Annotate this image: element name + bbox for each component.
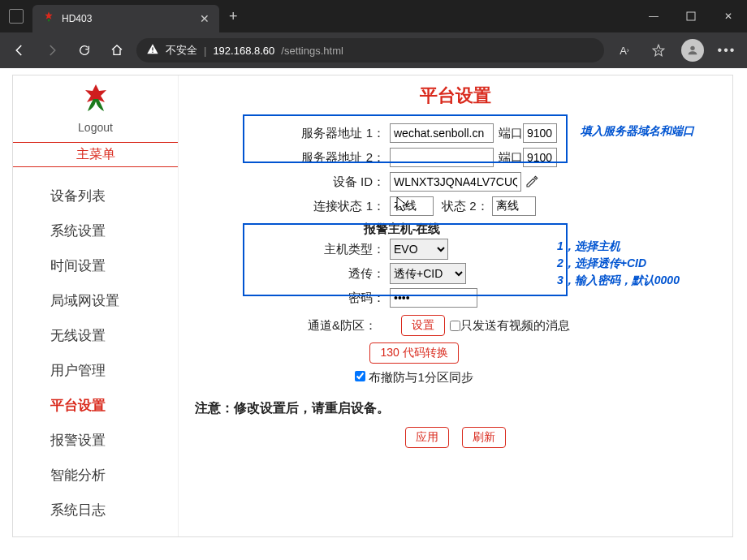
back-button[interactable] [6, 37, 32, 63]
svg-rect-2 [152, 51, 153, 52]
annotation-box-host [243, 223, 568, 296]
app-menu-icon[interactable] [0, 0, 32, 32]
only-video-checkbox[interactable] [450, 321, 460, 331]
sidebar-item-alarm[interactable]: 报警设置 [13, 423, 178, 458]
conn2-value [492, 196, 536, 216]
row-code-convert: 130 代码转换 [252, 341, 576, 365]
conn2-label: 状态 2： [442, 199, 489, 214]
sidebar-item-devices[interactable]: 设备列表 [13, 179, 178, 213]
tab-favicon-icon [42, 11, 55, 27]
conn1-value [390, 196, 434, 216]
more-menu-button[interactable]: ••• [713, 37, 741, 64]
action-row: 应用 刷新 [195, 427, 716, 448]
channel-settings-button[interactable]: 设置 [401, 315, 445, 336]
only-video-label: 只发送有视频的消息 [460, 318, 570, 334]
new-tab-button[interactable]: + [219, 8, 248, 25]
profile-button[interactable] [679, 37, 706, 64]
row-device-id: 设备 ID： [252, 170, 706, 194]
annotation-server-text: 填入服务器域名和端口 [581, 123, 694, 140]
sync-label: 布撤防与1分区同步 [369, 370, 473, 384]
home-button[interactable] [104, 37, 130, 63]
insecure-label: 不安全 [166, 43, 197, 58]
sidebar-item-ai[interactable]: 智能分析 [13, 458, 178, 493]
reader-mode-icon[interactable]: A› [611, 37, 638, 64]
sidebar-item-time[interactable]: 时间设置 [13, 248, 178, 283]
conn1-label: 连接状态 1： [252, 199, 390, 214]
svg-text:+: + [657, 48, 660, 53]
edit-icon[interactable] [525, 174, 539, 189]
insecure-icon [146, 43, 159, 58]
favorites-icon[interactable]: + [645, 37, 672, 64]
note-text: 注意：修改设置后，请重启设备。 [195, 400, 716, 417]
browser-titlebar: HD403 ✕ + — ✕ [0, 0, 747, 32]
url-path: /settings.html [281, 45, 343, 57]
sidebar-item-users[interactable]: 用户管理 [13, 353, 178, 388]
sidebar-item-system[interactable]: 系统设置 [13, 213, 178, 248]
browser-toolbar: 不安全 | 192.168.8.60/settings.html A› + ••… [0, 32, 747, 68]
code-convert-button[interactable]: 130 代码转换 [369, 342, 458, 364]
sync-checkbox[interactable] [355, 371, 365, 381]
browser-tab[interactable]: HD403 ✕ [32, 5, 219, 32]
row-conn-status: 连接状态 1： 状态 2： [252, 194, 706, 218]
sidebar-item-wireless[interactable]: 无线设置 [13, 318, 178, 353]
tab-close-icon[interactable]: ✕ [200, 12, 209, 25]
annotation-box-server [243, 114, 568, 163]
apply-button[interactable]: 应用 [405, 427, 449, 448]
refresh-button[interactable]: 刷新 [462, 427, 506, 448]
page-title: 平台设置 [195, 84, 716, 108]
forward-button[interactable] [39, 37, 65, 63]
logo-icon [78, 84, 114, 116]
sidebar: Logout 主菜单 设备列表 系统设置 时间设置 局域网设置 无线设置 用户管… [13, 75, 179, 536]
sidebar-menu: 设备列表 系统设置 时间设置 局域网设置 无线设置 用户管理 平台设置 报警设置… [13, 179, 178, 528]
menu-title: 主菜单 [13, 142, 178, 167]
sidebar-item-lan[interactable]: 局域网设置 [13, 283, 178, 318]
logout-link[interactable]: Logout [78, 121, 113, 134]
url-host: 192.168.8.60 [213, 45, 274, 57]
tab-title: HD403 [62, 13, 193, 24]
sidebar-item-log[interactable]: 系统日志 [13, 493, 178, 528]
row-sync: 布撤防与1分区同步 [252, 370, 576, 386]
device-id-label: 设备 ID： [252, 174, 390, 190]
address-bar[interactable]: 不安全 | 192.168.8.60/settings.html [136, 38, 604, 62]
svg-rect-1 [152, 47, 153, 50]
page-container: Logout 主菜单 设备列表 系统设置 时间设置 局域网设置 无线设置 用户管… [12, 75, 733, 537]
window-minimize-button[interactable]: — [635, 0, 672, 32]
channel-label: 通道&防区： [252, 318, 382, 334]
reload-button[interactable] [71, 37, 97, 63]
page-viewport: Logout 主菜单 设备列表 系统设置 时间设置 局域网设置 无线设置 用户管… [0, 68, 747, 560]
window-close-button[interactable]: ✕ [710, 0, 747, 32]
sidebar-item-platform[interactable]: 平台设置 [13, 388, 178, 423]
row-channel: 通道&防区： 设置 只发送有视频的消息 [252, 313, 706, 338]
window-maximize-button[interactable] [672, 0, 710, 32]
svg-point-4 [690, 46, 694, 50]
annotation-host-text: 1，选择主机 2，选择透传+CID 3，输入密码，默认0000 [557, 238, 680, 289]
device-id-input[interactable] [390, 172, 521, 192]
svg-rect-0 [687, 12, 695, 20]
content-area: 平台设置 填入服务器域名和端口 1，选择主机 2，选择透传+CID 3，输入密码… [179, 75, 732, 536]
